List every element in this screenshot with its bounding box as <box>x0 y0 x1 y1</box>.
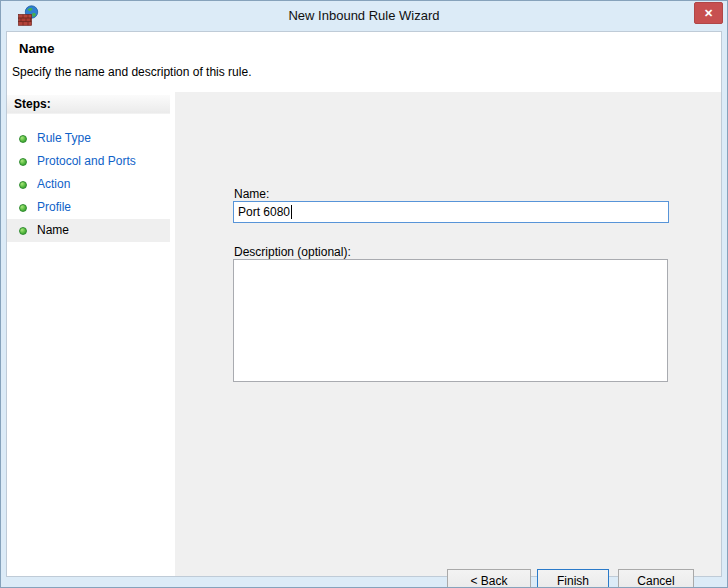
step-bullet-icon <box>19 181 27 189</box>
step-bullet-icon <box>19 135 27 143</box>
page-title: Name <box>19 41 54 56</box>
sidebar-item-action[interactable]: Action <box>7 173 170 196</box>
back-button[interactable]: < Back <box>447 569 531 588</box>
sidebar-item-rule-type[interactable]: Rule Type <box>7 127 170 150</box>
wizard-header: Name Specify the name and description of… <box>7 32 721 92</box>
sidebar-item-label: Name <box>37 223 69 237</box>
description-textarea[interactable] <box>233 259 668 382</box>
step-bullet-icon <box>19 204 27 212</box>
text-caret <box>291 205 292 219</box>
sidebar-item-label: Action <box>37 177 70 191</box>
content-panel: Name: Description (optional): < Back Fin… <box>175 92 721 576</box>
page-subtitle: Specify the name and description of this… <box>12 65 251 79</box>
step-bullet-icon <box>19 227 27 235</box>
sidebar-item-label: Profile <box>37 200 71 214</box>
sidebar-item-protocol-and-ports[interactable]: Protocol and Ports <box>7 150 170 173</box>
name-label: Name: <box>234 187 269 201</box>
name-input-wrap <box>233 201 669 223</box>
sidebar-item-profile[interactable]: Profile <box>7 196 170 219</box>
name-input[interactable] <box>233 201 669 223</box>
sidebar-item-label: Protocol and Ports <box>37 154 136 168</box>
titlebar[interactable]: New Inbound Rule Wizard ✕ <box>1 1 727 31</box>
step-bullet-icon <box>19 158 27 166</box>
steps-panel: Steps: Rule Type Protocol and Ports Acti… <box>7 92 170 576</box>
close-button[interactable]: ✕ <box>694 2 723 24</box>
finish-button[interactable]: Finish <box>537 569 609 588</box>
cancel-button[interactable]: Cancel <box>618 569 694 588</box>
steps-heading: Steps: <box>7 95 170 114</box>
description-label: Description (optional): <box>234 245 351 259</box>
wizard-window: New Inbound Rule Wizard ✕ Name Specify t… <box>0 0 728 588</box>
sidebar-item-label: Rule Type <box>37 131 91 145</box>
close-icon: ✕ <box>704 7 713 20</box>
window-title: New Inbound Rule Wizard <box>1 8 727 23</box>
sidebar-item-name[interactable]: Name <box>7 219 170 242</box>
steps-list: Rule Type Protocol and Ports Action Prof… <box>7 127 170 242</box>
client-area: Name Specify the name and description of… <box>6 31 722 577</box>
